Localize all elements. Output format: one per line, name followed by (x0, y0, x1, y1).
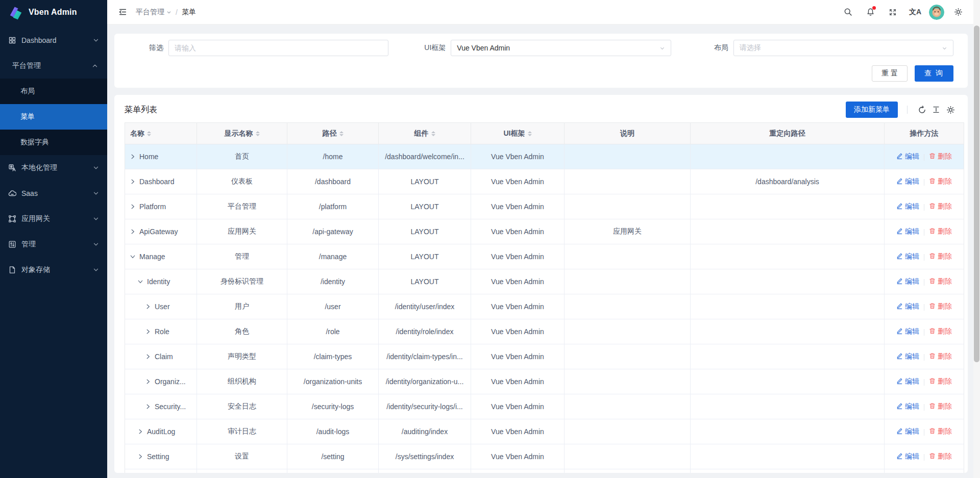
settings-gear-icon[interactable] (949, 4, 967, 21)
edit-button[interactable]: 编辑 (896, 227, 919, 236)
delete-button[interactable]: 删除 (929, 202, 952, 211)
delete-button[interactable]: 删除 (929, 227, 952, 236)
actions-cell: 编辑删除 (885, 144, 964, 169)
name-cell: Organiz... (125, 369, 197, 394)
filter-input[interactable] (175, 44, 382, 52)
name-cell: ApiGateway (125, 219, 197, 244)
delete-button[interactable]: 删除 (929, 377, 952, 386)
breadcrumb-current: 菜单 (182, 8, 196, 17)
sidebar-item-localization[interactable]: 本地化管理 (0, 155, 107, 181)
path-cell: /home (287, 144, 379, 169)
delete-button[interactable]: 删除 (929, 452, 952, 461)
description-cell (565, 294, 691, 319)
reset-button[interactable]: 重 置 (872, 65, 908, 82)
delete-button[interactable]: 删除 (929, 427, 952, 436)
path-cell: /security-logs (287, 394, 379, 419)
column-header[interactable]: UI框架 (471, 123, 565, 144)
delete-button[interactable]: 删除 (929, 177, 952, 186)
column-header[interactable]: 路径 (287, 123, 379, 144)
display-name-cell: 管理 (197, 244, 287, 269)
expand-toggle-icon[interactable] (129, 253, 136, 260)
notification-bell-icon[interactable] (862, 4, 879, 21)
add-menu-button[interactable]: 添加新菜单 (846, 102, 898, 118)
sidebar-item-saas[interactable]: Saas (0, 181, 107, 206)
delete-button[interactable]: 删除 (929, 277, 952, 286)
translate-icon[interactable]: 文A (906, 4, 924, 21)
sidebar-item-data-dictionary[interactable]: 数据字典 (0, 130, 107, 155)
breadcrumb-parent[interactable]: 平台管理 (136, 8, 172, 17)
fullscreen-icon[interactable] (884, 4, 901, 21)
delete-button[interactable]: 删除 (929, 252, 952, 261)
sort-icon[interactable] (431, 131, 435, 136)
logo-bar[interactable]: Vben Admin (0, 0, 107, 24)
layout-select[interactable]: 请选择 (733, 40, 953, 56)
expand-toggle-icon[interactable] (137, 278, 143, 285)
table-title: 菜单列表 (125, 105, 157, 115)
sidebar-item-platform-management[interactable]: 平台管理 (0, 53, 107, 79)
edit-button[interactable]: 编辑 (896, 202, 919, 211)
edit-button[interactable]: 编辑 (896, 377, 919, 386)
edit-button[interactable]: 编辑 (896, 152, 919, 161)
delete-button[interactable]: 删除 (929, 327, 952, 336)
expand-toggle-icon[interactable] (129, 228, 136, 235)
sidebar-submenu-platform-management: 布局菜单数据字典 (0, 79, 107, 155)
edit-pen-icon (896, 253, 903, 261)
edit-button[interactable]: 编辑 (896, 352, 919, 361)
expand-toggle-icon[interactable] (137, 453, 143, 460)
expand-toggle-icon[interactable] (129, 178, 136, 185)
column-header[interactable]: 组件 (379, 123, 471, 144)
delete-button[interactable]: 删除 (929, 152, 952, 161)
filter-row: 筛选 UI框架 Vue Vben Admin (127, 40, 953, 56)
expand-toggle-icon[interactable] (144, 328, 151, 335)
sort-icon[interactable] (528, 131, 532, 136)
sort-icon[interactable] (256, 131, 260, 136)
row-height-icon[interactable] (929, 103, 943, 117)
edit-pen-icon (896, 353, 903, 361)
edit-button[interactable]: 编辑 (896, 302, 919, 311)
table-settings-gear-icon[interactable] (943, 103, 958, 117)
action-divider (924, 204, 924, 211)
sort-icon[interactable] (147, 131, 151, 136)
actions-cell: 编辑删除 (885, 294, 964, 319)
sidebar-item-manage[interactable]: 管理 (0, 232, 107, 257)
action-divider (924, 254, 924, 261)
page-scrollbar[interactable] (973, 0, 980, 478)
sidebar-item-dashboard[interactable]: Dashboard (0, 28, 107, 53)
query-button[interactable]: 查 询 (915, 65, 953, 82)
expand-toggle-icon[interactable] (129, 203, 136, 210)
ui-framework-field: UI框架 Vue Vben Admin (409, 40, 671, 56)
expand-toggle-icon[interactable] (129, 153, 136, 160)
refresh-icon[interactable] (915, 103, 929, 117)
edit-button[interactable]: 编辑 (896, 402, 919, 411)
column-header[interactable]: 显示名称 (197, 123, 287, 144)
edit-button[interactable]: 编辑 (896, 277, 919, 286)
edit-button[interactable]: 编辑 (896, 252, 919, 261)
sidebar-item-layout[interactable]: 布局 (0, 79, 107, 104)
user-avatar[interactable] (929, 5, 944, 20)
edit-button[interactable]: 编辑 (896, 327, 919, 336)
ui-framework-select[interactable]: Vue Vben Admin (451, 40, 671, 56)
search-icon[interactable] (839, 4, 856, 21)
component-cell: LAYOUT (379, 169, 471, 194)
action-divider (924, 404, 924, 411)
sort-icon[interactable] (339, 131, 344, 136)
scrollbar-thumb[interactable] (974, 26, 979, 362)
column-header[interactable]: 名称 (125, 123, 197, 144)
edit-button[interactable]: 编辑 (896, 427, 919, 436)
expand-toggle-icon[interactable] (144, 403, 151, 410)
edit-button[interactable]: 编辑 (896, 452, 919, 461)
sidebar-item-menu[interactable]: 菜单 (0, 104, 107, 130)
expand-toggle-icon[interactable] (137, 428, 143, 435)
delete-button[interactable]: 删除 (929, 352, 952, 361)
sidebar-item-object-storage[interactable]: 对象存储 (0, 257, 107, 283)
sidebar-item-api-gateway[interactable]: 应用网关 (0, 206, 107, 232)
expand-toggle-icon[interactable] (144, 303, 151, 310)
expand-toggle-icon[interactable] (144, 378, 151, 385)
delete-button[interactable]: 删除 (929, 302, 952, 311)
expand-toggle-icon[interactable] (144, 353, 151, 360)
path-cell: /audit-logs (287, 419, 379, 444)
dashboard-icon (8, 36, 16, 44)
edit-button[interactable]: 编辑 (896, 177, 919, 186)
collapse-sidebar-icon[interactable] (114, 4, 131, 20)
delete-button[interactable]: 删除 (929, 402, 952, 411)
